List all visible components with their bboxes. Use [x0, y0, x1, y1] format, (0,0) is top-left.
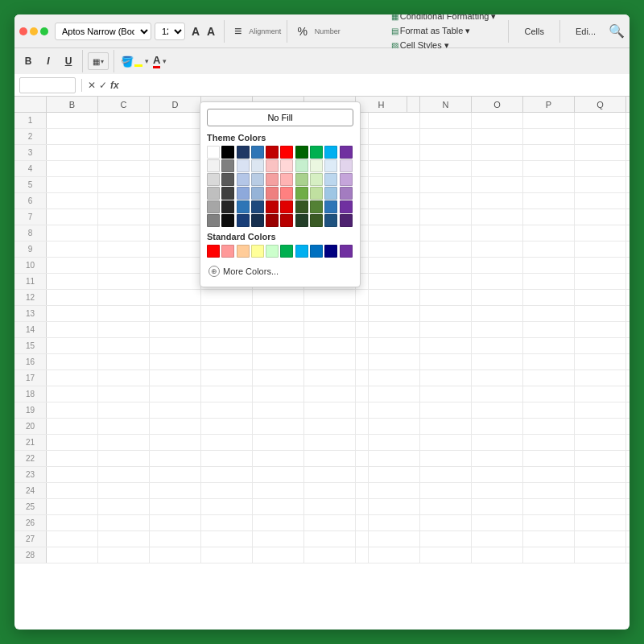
- col-header-n[interactable]: N: [420, 97, 472, 112]
- grid-cell-r3-c10[interactable]: [523, 145, 575, 160]
- grid-cell-r2-c8[interactable]: [420, 129, 472, 144]
- grid-cell-r2-c11[interactable]: [575, 129, 626, 144]
- grid-cell-r17-c10[interactable]: [523, 370, 575, 386]
- shade-3-1[interactable]: [207, 187, 220, 200]
- grid-cell-r13-c0[interactable]: [47, 306, 98, 321]
- grid-cell-r6-c0[interactable]: [47, 193, 98, 208]
- shade-5-1[interactable]: [207, 214, 220, 227]
- grid-cell-r7-c8[interactable]: [420, 209, 472, 225]
- grid-cell-r20-c12[interactable]: [626, 419, 630, 434]
- std-color-1[interactable]: [207, 245, 220, 258]
- grid-cell-r26-c8[interactable]: [420, 515, 472, 530]
- grid-cell-r2-c0[interactable]: [47, 129, 98, 144]
- grid-cell-r18-c8[interactable]: [420, 386, 472, 402]
- grid-cell-r28-c5[interactable]: [304, 547, 356, 563]
- grid-cell-r13-c9[interactable]: [472, 306, 523, 321]
- grid-cell-r5-c7[interactable]: [369, 177, 420, 192]
- grid-cell-r25-c8[interactable]: [420, 499, 472, 514]
- grid-cell-r19-c12[interactable]: [626, 402, 630, 418]
- grid-cell-r15-c7[interactable]: [369, 338, 420, 353]
- grid-cell-r16-c8[interactable]: [420, 354, 472, 369]
- font-name-select[interactable]: Aptos Narrow (Bod...: [55, 23, 151, 40]
- grid-cell-r28-c2[interactable]: [150, 547, 201, 563]
- grid-cell-r13-c2[interactable]: [150, 306, 201, 321]
- grid-cell-r28-c6[interactable]: [356, 547, 369, 563]
- grid-cell-r19-c3[interactable]: [201, 402, 253, 418]
- grid-cell-r26-c9[interactable]: [472, 515, 523, 530]
- grid-cell-r5-c10[interactable]: [523, 177, 575, 192]
- grid-cell-r15-c9[interactable]: [472, 338, 523, 353]
- grid-cell-r26-c11[interactable]: [575, 515, 626, 530]
- grid-cell-r25-c9[interactable]: [472, 499, 523, 514]
- grid-cell-r24-c9[interactable]: [472, 483, 523, 498]
- grid-cell-r10-c9[interactable]: [472, 258, 523, 273]
- grid-cell-r3-c7[interactable]: [369, 145, 420, 160]
- grid-cell-r8-c1[interactable]: [98, 225, 150, 241]
- grid-cell-r21-c4[interactable]: [253, 435, 304, 450]
- shade-1-10[interactable]: [340, 159, 353, 172]
- grid-cell-r8-c0[interactable]: [47, 225, 98, 241]
- grid-cell-r26-c6[interactable]: [356, 515, 369, 530]
- grid-cell-r23-c9[interactable]: [472, 467, 523, 482]
- grid-cell-r2-c7[interactable]: [369, 129, 420, 144]
- minimize-button[interactable]: [30, 27, 38, 35]
- grid-cell-r14-c6[interactable]: [356, 322, 369, 337]
- grid-cell-r26-c5[interactable]: [304, 515, 356, 530]
- grid-cell-r20-c9[interactable]: [472, 419, 523, 434]
- theme-color-dark-blue[interactable]: [237, 146, 250, 159]
- grid-cell-r14-c1[interactable]: [98, 322, 150, 337]
- grid-cell-r23-c0[interactable]: [47, 467, 98, 482]
- grid-cell-r3-c12[interactable]: [626, 145, 630, 160]
- grid-cell-r18-c4[interactable]: [253, 386, 304, 402]
- shade-4-1[interactable]: [207, 200, 220, 213]
- grid-cell-r21-c5[interactable]: [304, 435, 356, 450]
- grid-cell-r23-c4[interactable]: [253, 467, 304, 482]
- grid-cell-r8-c2[interactable]: [150, 225, 201, 241]
- grid-cell-r7-c11[interactable]: [575, 209, 626, 225]
- grid-cell-r21-c11[interactable]: [575, 435, 626, 450]
- theme-color-dark-green[interactable]: [295, 146, 308, 159]
- grid-cell-r6-c8[interactable]: [420, 193, 472, 208]
- grid-cell-r10-c7[interactable]: [369, 258, 420, 273]
- grid-cell-r26-c4[interactable]: [253, 515, 304, 530]
- col-header-h[interactable]: H: [356, 97, 407, 112]
- grid-cell-r16-c7[interactable]: [369, 354, 420, 369]
- shade-5-8[interactable]: [310, 214, 323, 227]
- no-fill-button[interactable]: No Fill: [207, 109, 353, 126]
- grid-cell-r15-c6[interactable]: [356, 338, 369, 353]
- grid-cell-r28-c10[interactable]: [523, 547, 575, 563]
- bold-button[interactable]: B: [19, 52, 37, 70]
- grid-cell-r19-c7[interactable]: [369, 402, 420, 418]
- grid-cell-r6-c10[interactable]: [523, 193, 575, 208]
- grid-cell-r24-c11[interactable]: [575, 483, 626, 498]
- grid-cell-r19-c1[interactable]: [98, 402, 150, 418]
- shade-4-10[interactable]: [340, 200, 353, 213]
- grid-cell-r13-c5[interactable]: [304, 306, 356, 321]
- grid-cell-r9-c10[interactable]: [523, 242, 575, 257]
- grid-cell-r17-c6[interactable]: [356, 370, 369, 386]
- shade-2-8[interactable]: [310, 173, 323, 186]
- grid-cell-r10-c8[interactable]: [420, 258, 472, 273]
- shade-1-3[interactable]: [237, 159, 250, 172]
- grid-cell-r15-c12[interactable]: [626, 338, 630, 353]
- grid-cell-r15-c0[interactable]: [47, 338, 98, 353]
- grid-cell-r14-c12[interactable]: [626, 322, 630, 337]
- grid-cell-r9-c1[interactable]: [98, 242, 150, 257]
- grid-cell-r18-c1[interactable]: [98, 386, 150, 402]
- grid-cell-r22-c7[interactable]: [369, 451, 420, 466]
- grid-cell-r23-c12[interactable]: [626, 467, 630, 482]
- grid-cell-r18-c2[interactable]: [150, 386, 201, 402]
- grid-cell-r21-c12[interactable]: [626, 435, 630, 450]
- shade-1-8[interactable]: [310, 159, 323, 172]
- grid-cell-r6-c12[interactable]: [626, 193, 630, 208]
- grid-cell-r22-c3[interactable]: [201, 451, 253, 466]
- shade-5-2[interactable]: [221, 214, 234, 227]
- grid-cell-r28-c11[interactable]: [575, 547, 626, 563]
- grid-cell-r3-c2[interactable]: [150, 145, 201, 160]
- confirm-formula-button[interactable]: ✓: [99, 80, 107, 91]
- grid-cell-r26-c2[interactable]: [150, 515, 201, 530]
- shade-4-6[interactable]: [280, 200, 293, 213]
- grid-cell-r16-c1[interactable]: [98, 354, 150, 369]
- grid-cell-r9-c2[interactable]: [150, 242, 201, 257]
- grid-cell-r11-c0[interactable]: [47, 274, 98, 289]
